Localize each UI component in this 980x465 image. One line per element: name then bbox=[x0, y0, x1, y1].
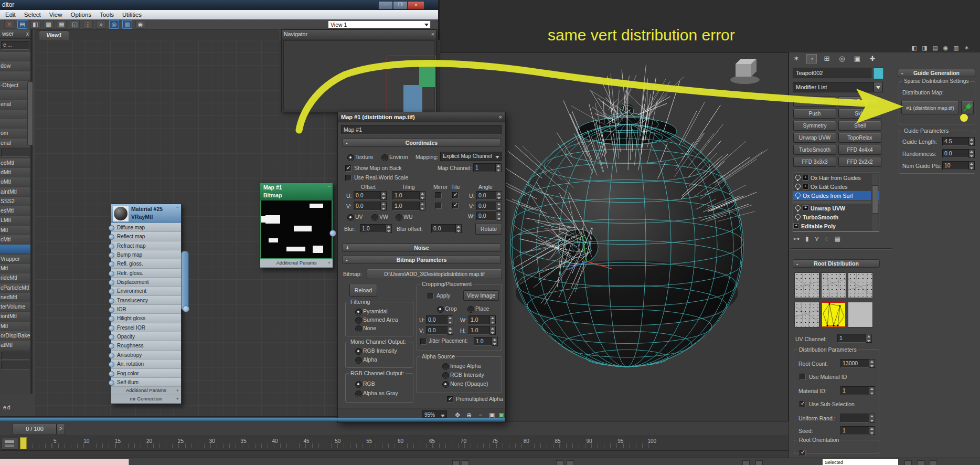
summed-area-radio[interactable] bbox=[355, 317, 362, 324]
browser-item[interactable]: SSS2 bbox=[0, 197, 30, 206]
slot-socket[interactable] bbox=[109, 289, 114, 294]
num-guide-pts-spinner[interactable]: 10 bbox=[942, 161, 975, 170]
pick-material-icon[interactable]: ◧ bbox=[30, 20, 40, 29]
toolbar-icon[interactable]: ◉ bbox=[942, 44, 950, 51]
slot-socket[interactable] bbox=[109, 234, 114, 240]
menu-select[interactable]: Select bbox=[24, 12, 41, 18]
additional-params-bar[interactable]: Additional Params bbox=[260, 259, 333, 268]
angle-w-spinner[interactable]: 0.0 bbox=[476, 212, 502, 220]
visibility-bulb-icon[interactable] bbox=[795, 205, 801, 210]
modifier-button[interactable]: Edit Poly bbox=[793, 97, 836, 107]
randomness-spinner[interactable]: 0.0 bbox=[942, 149, 975, 158]
slot-socket[interactable] bbox=[109, 353, 114, 358]
crop-h-spinner[interactable]: 1.0 bbox=[468, 326, 496, 335]
browser-item[interactable]: Mtl bbox=[0, 264, 30, 273]
root-distribution-rollout[interactable]: -Root Distribution bbox=[793, 259, 880, 268]
distribution-thumb-3[interactable] bbox=[848, 272, 873, 298]
crop-radio[interactable] bbox=[437, 306, 444, 313]
options-icon[interactable]: ◱ bbox=[70, 20, 80, 29]
browser-item[interactable]: cMtl bbox=[0, 235, 30, 244]
angle-u-spinner[interactable]: 0.0 bbox=[476, 191, 502, 200]
menu-tools[interactable]: Tools bbox=[100, 12, 114, 18]
view-image-button[interactable]: View Image bbox=[463, 290, 499, 301]
editor-titlebar[interactable]: ditor – ❐ × bbox=[0, 0, 438, 10]
environ-radio[interactable] bbox=[381, 154, 388, 161]
v-mirror-checkbox[interactable] bbox=[435, 203, 442, 209]
browser-item[interactable]: cParticleMtl bbox=[0, 283, 30, 292]
u-offset-spinner[interactable]: 0.0 bbox=[354, 191, 387, 200]
slot-socket[interactable] bbox=[109, 271, 114, 277]
slot-socket[interactable] bbox=[109, 316, 114, 322]
browser-item[interactable]: Mtl bbox=[0, 226, 30, 235]
wu-radio[interactable] bbox=[396, 214, 402, 221]
toolbar-icon[interactable]: ◨ bbox=[921, 44, 929, 51]
seed-spinner[interactable]: 1 bbox=[840, 426, 875, 435]
modifier-button[interactable]: Push bbox=[793, 109, 836, 119]
none-opaque-radio[interactable] bbox=[442, 381, 449, 388]
bitmap-parameters-rollout[interactable]: -Bitmap Parameters bbox=[342, 256, 501, 264]
slot-socket[interactable] bbox=[109, 225, 114, 231]
map-node[interactable]: Map #1 Bitmap – Additional Params bbox=[260, 183, 333, 268]
image-alpha-radio[interactable] bbox=[442, 363, 449, 370]
material-slot[interactable]: Fog color bbox=[111, 369, 181, 378]
modifier-button[interactable]: FFD 3x3x3 bbox=[793, 157, 836, 167]
status-icon[interactable] bbox=[452, 460, 460, 465]
status-icon[interactable] bbox=[556, 460, 563, 465]
modifier-list-arrow[interactable] bbox=[874, 82, 883, 92]
material-slot[interactable]: Refr. gloss. bbox=[111, 269, 181, 278]
slot-socket[interactable] bbox=[109, 362, 114, 367]
stack-tool-icon[interactable]: ⋎ bbox=[815, 235, 819, 242]
slot-socket[interactable] bbox=[109, 261, 114, 267]
browser-item[interactable]: rideMtl bbox=[0, 273, 30, 282]
playback-icon[interactable] bbox=[904, 460, 912, 465]
browser-item-selected[interactable] bbox=[0, 245, 30, 253]
rotate-button[interactable]: Rotate bbox=[475, 223, 502, 235]
guide-generation-rollout[interactable]: -Guide Generation bbox=[898, 69, 975, 77]
browser-item[interactable]: om bbox=[0, 129, 30, 138]
place-radio[interactable] bbox=[467, 306, 474, 313]
distribution-thumb-selected[interactable] bbox=[821, 302, 846, 327]
slot-socket[interactable] bbox=[109, 380, 114, 386]
visibility-bulb-icon[interactable] bbox=[795, 193, 801, 198]
material-slot[interactable]: Diffuse map bbox=[111, 223, 181, 232]
distribution-thumb-6[interactable] bbox=[848, 302, 873, 327]
v-tile-checkbox[interactable] bbox=[452, 203, 459, 209]
material-slot[interactable]: Refract map bbox=[111, 241, 181, 250]
material-preview-icon[interactable]: ◉ bbox=[135, 20, 145, 29]
object-color-swatch[interactable] bbox=[873, 68, 884, 79]
browser-item[interactable]: orDisplBake bbox=[0, 331, 30, 340]
browser-header[interactable]: wserx bbox=[0, 29, 30, 39]
stack-row[interactable]: +Ox Hair from Guides bbox=[793, 173, 879, 182]
browser-scrollbar[interactable] bbox=[27, 81, 33, 145]
jitter-checkbox[interactable] bbox=[420, 339, 427, 345]
minimize-button[interactable]: – bbox=[378, 1, 393, 9]
menu-options[interactable]: Options bbox=[71, 12, 92, 18]
distribution-map-button[interactable]: #1 (distribtion map.tif) bbox=[901, 101, 959, 114]
slot-socket[interactable] bbox=[109, 280, 114, 286]
tab-create-icon[interactable]: ✶ bbox=[791, 54, 802, 64]
tab-modify-icon[interactable]: ◔ bbox=[806, 54, 817, 64]
browser-item[interactable]: atMtl bbox=[0, 341, 30, 350]
layout-icon[interactable]: ⋮ bbox=[83, 20, 93, 29]
browser-item[interactable] bbox=[0, 71, 30, 80]
u-tile-checkbox[interactable] bbox=[452, 192, 459, 198]
distribution-thumb-4[interactable] bbox=[794, 302, 819, 327]
angle-v-spinner[interactable]: 0.0 bbox=[476, 202, 502, 210]
node-connection-bar[interactable] bbox=[181, 251, 189, 311]
maximize-button[interactable]: ❐ bbox=[393, 1, 408, 9]
tab-hierarchy-icon[interactable]: ⊞ bbox=[822, 54, 832, 64]
slot-socket[interactable] bbox=[109, 252, 114, 258]
object-name-field[interactable]: Teapot002 bbox=[793, 68, 871, 78]
tab-utilities-icon[interactable]: ✚ bbox=[867, 54, 878, 64]
use-real-world-checkbox[interactable] bbox=[345, 175, 351, 181]
material-slot[interactable]: Roughness bbox=[111, 341, 181, 350]
browser-item[interactable] bbox=[0, 90, 30, 99]
map-plug-button[interactable] bbox=[961, 101, 974, 114]
slot-socket[interactable] bbox=[109, 244, 114, 249]
navigator-close-icon[interactable]: × bbox=[431, 30, 434, 38]
stack-tool-icon[interactable]: ▮ bbox=[805, 235, 809, 242]
uv-channel-spinner[interactable]: 1 bbox=[837, 334, 872, 343]
tab-motion-icon[interactable]: ◎ bbox=[837, 54, 847, 64]
premultiplied-alpha-checkbox[interactable] bbox=[447, 396, 453, 403]
collapse-icon[interactable]: – bbox=[327, 183, 331, 189]
